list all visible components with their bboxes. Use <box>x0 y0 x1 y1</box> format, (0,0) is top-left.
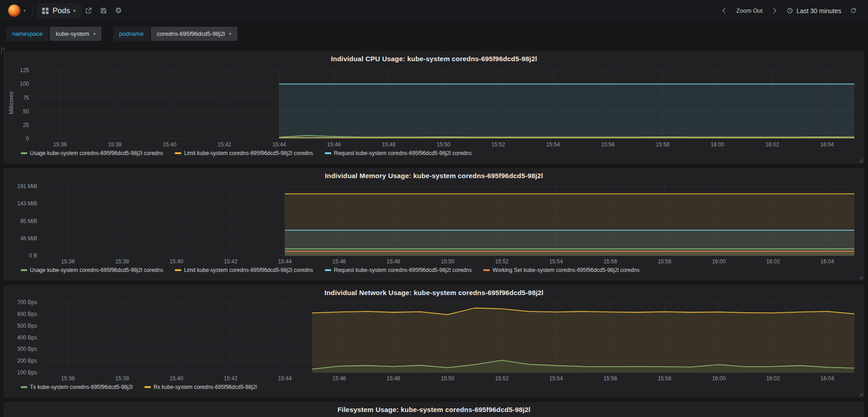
svg-text:15:46: 15:46 <box>333 258 346 265</box>
svg-text:15:40: 15:40 <box>169 258 183 265</box>
svg-text:143 MiB: 143 MiB <box>17 200 37 207</box>
legend-series-marker <box>175 152 181 154</box>
svg-text:15:36: 15:36 <box>61 375 75 382</box>
caret-down-icon: ▾ <box>93 31 96 36</box>
refresh-button[interactable] <box>846 5 861 17</box>
grafana-logo-icon <box>8 5 20 17</box>
svg-text:15:50: 15:50 <box>441 375 454 382</box>
legend-item-tx[interactable]: Tx kube-system coredns-695f96dcd5-98j2l <box>21 384 133 390</box>
time-range-picker[interactable]: Last 30 minutes <box>783 5 845 17</box>
svg-text:15:50: 15:50 <box>441 258 454 265</box>
legend-series-marker <box>21 269 27 271</box>
legend-series-label: Request kube-system coredns-695f96dcd5-9… <box>334 267 472 273</box>
svg-text:48 MiB: 48 MiB <box>20 235 37 242</box>
settings-button[interactable]: ⚙ <box>111 4 126 17</box>
svg-text:25: 25 <box>23 122 29 128</box>
legend-series-label: Request kube-system coredns-695f96dcd5-9… <box>334 150 472 156</box>
svg-text:15:42: 15:42 <box>224 375 237 382</box>
grafana-menu-button[interactable]: ▾ <box>5 2 29 19</box>
svg-text:15:42: 15:42 <box>217 141 231 148</box>
navbar-right: Zoom Out Last 30 minutes <box>716 5 861 17</box>
svg-text:15:38: 15:38 <box>108 141 121 148</box>
svg-text:400 Bps: 400 Bps <box>17 335 37 341</box>
legend-item-working-set[interactable]: Working Set kube-system coredns-695f96dc… <box>483 267 640 273</box>
panel-memory-usage: Individual Memory Usage: kube-system cor… <box>4 168 864 281</box>
cpu-usage-chart[interactable]: 15:3615:3815:4015:4215:4415:4615:4815:50… <box>7 63 861 150</box>
variable-podname: podname coredns-695f96dcd5-98j2l ▾ <box>113 27 237 41</box>
svg-text:95 MiB: 95 MiB <box>20 218 37 224</box>
svg-text:15:56: 15:56 <box>603 375 617 382</box>
svg-text:15:52: 15:52 <box>492 141 505 148</box>
svg-text:15:48: 15:48 <box>386 258 400 265</box>
panel-title[interactable]: Individual Network Usage: kube-system co… <box>7 286 861 297</box>
caret-down-icon: ▾ <box>229 31 231 36</box>
legend-series-label: Limit kube-system coredns-695f96dcd5-98j… <box>184 150 313 156</box>
panel-title[interactable]: Individual CPU Usage: kube-system coredn… <box>7 52 861 63</box>
svg-text:15:46: 15:46 <box>327 141 341 148</box>
legend-series-label: Rx kube-system coredns-695f96dcd5-98j2l <box>154 384 257 390</box>
svg-text:16:02: 16:02 <box>766 141 779 148</box>
variable-value-podname[interactable]: coredns-695f96dcd5-98j2l ▾ <box>151 27 237 41</box>
svg-text:15:58: 15:58 <box>658 258 671 265</box>
svg-text:15:38: 15:38 <box>116 258 129 265</box>
legend-item-limit[interactable]: Limit kube-system coredns-695f96dcd5-98j… <box>175 150 313 156</box>
network-usage-chart[interactable]: 15:3615:3815:4015:4215:4415:4615:4815:50… <box>7 297 861 383</box>
svg-text:15:50: 15:50 <box>437 141 450 148</box>
svg-text:15:56: 15:56 <box>601 141 615 148</box>
svg-text:300 Bps: 300 Bps <box>17 346 37 352</box>
variable-label-podname: podname <box>113 27 149 41</box>
panel-title[interactable]: Individual Memory Usage: kube-system cor… <box>7 169 861 180</box>
svg-text:15:54: 15:54 <box>546 141 560 148</box>
legend-series-label: Limit kube-system coredns-695f96dcd5-98j… <box>184 267 313 273</box>
zoom-out-label: Zoom Out <box>736 7 762 14</box>
legend-item-request[interactable]: Request kube-system coredns-695f96dcd5-9… <box>325 267 472 273</box>
legend-series-label: Usage kube-system coredns-695f96dcd5-98j… <box>30 150 163 156</box>
divider <box>33 5 33 17</box>
zoom-out-button[interactable]: Zoom Out <box>733 5 766 17</box>
panel-cpu-usage: Individual CPU Usage: kube-system coredn… <box>4 51 864 164</box>
svg-text:15:58: 15:58 <box>656 141 670 148</box>
panel-resize-handle[interactable] <box>859 392 863 396</box>
svg-text:Millicores: Millicores <box>8 92 14 114</box>
dashboard: Individual CPU Usage: kube-system coredn… <box>0 45 868 417</box>
dashboard-picker-button[interactable]: Pods ▾ <box>37 3 81 19</box>
panel-title[interactable]: Filesystem Usage: kube-system coredns-69… <box>7 403 861 414</box>
svg-text:15:54: 15:54 <box>549 258 563 265</box>
svg-text:0: 0 <box>26 136 29 142</box>
cpu-chart-legend: Usage kube-system coredns-695f96dcd5-98j… <box>7 150 861 156</box>
legend-series-label: Tx kube-system coredns-695f96dcd5-98j2l <box>30 384 133 390</box>
svg-text:16:04: 16:04 <box>820 375 834 382</box>
svg-text:100: 100 <box>20 81 29 87</box>
legend-item-rx[interactable]: Rx kube-system coredns-695f96dcd5-98j2l <box>145 384 257 390</box>
legend-item-usage[interactable]: Usage kube-system coredns-695f96dcd5-98j… <box>21 150 163 156</box>
svg-text:15:46: 15:46 <box>333 375 346 382</box>
caret-down-icon: ▾ <box>24 9 25 13</box>
time-shift-forward-button[interactable] <box>767 5 782 17</box>
memory-chart-legend: Usage kube-system coredns-695f96dcd5-98j… <box>7 267 861 273</box>
svg-text:0 B: 0 B <box>29 252 37 259</box>
memory-usage-chart[interactable]: 15:3615:3815:4015:4215:4415:4615:4815:50… <box>7 180 861 267</box>
panel-resize-handle[interactable] <box>859 275 863 279</box>
svg-text:125: 125 <box>20 67 29 73</box>
legend-series-label: Usage kube-system coredns-695f96dcd5-98j… <box>30 267 163 273</box>
svg-text:16:02: 16:02 <box>766 375 780 382</box>
svg-text:15:56: 15:56 <box>603 258 617 265</box>
svg-text:15:58: 15:58 <box>658 375 671 382</box>
panel-resize-handle[interactable] <box>859 158 863 162</box>
save-button[interactable] <box>96 5 111 17</box>
legend-series-marker <box>483 269 490 271</box>
legend-series-label: Working Set kube-system coredns-695f96dc… <box>492 267 640 273</box>
svg-text:15:52: 15:52 <box>495 258 509 265</box>
time-shift-back-button[interactable] <box>717 5 732 17</box>
gear-icon: ⚙ <box>115 7 122 15</box>
variable-value-text: kube-system <box>56 30 89 37</box>
share-button[interactable] <box>81 5 96 17</box>
legend-item-request[interactable]: Request kube-system coredns-695f96dcd5-9… <box>325 150 472 156</box>
svg-text:16:00: 16:00 <box>712 375 726 382</box>
legend-item-limit[interactable]: Limit kube-system coredns-695f96dcd5-98j… <box>175 267 313 273</box>
variable-value-namespace[interactable]: kube-system ▾ <box>50 27 101 41</box>
dashboard-grid-icon <box>42 8 48 14</box>
svg-text:200 Bps: 200 Bps <box>17 358 37 364</box>
svg-text:15:44: 15:44 <box>278 258 292 265</box>
legend-item-usage[interactable]: Usage kube-system coredns-695f96dcd5-98j… <box>21 267 163 273</box>
